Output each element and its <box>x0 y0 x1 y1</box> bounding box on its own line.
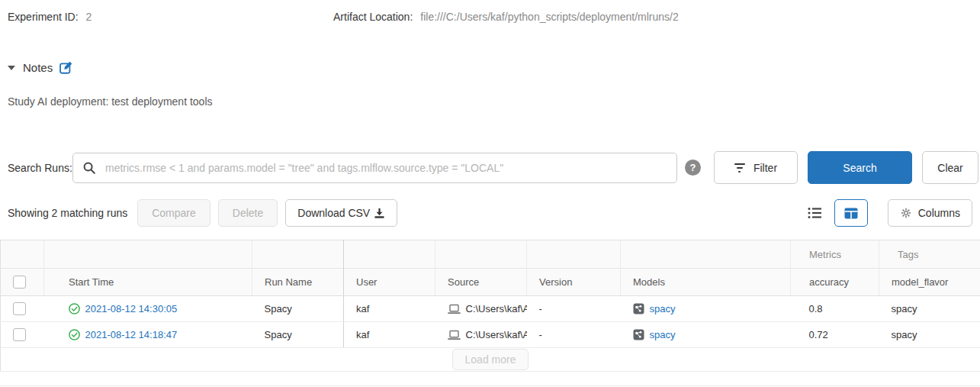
laptop-icon <box>448 330 461 340</box>
models-cell: spacy <box>621 296 791 322</box>
load-more-cell: Load more <box>1 348 980 372</box>
experiment-id-block: Experiment ID: 2 <box>8 11 333 23</box>
filter-button-label: Filter <box>753 162 777 174</box>
select-all-cell <box>1 269 44 296</box>
column-header-start-time[interactable]: Start Time <box>44 269 252 296</box>
table-row: 2021-08-12 14:18:47 Spacy kaf C:\Users\k… <box>1 322 980 348</box>
table-group-header-row: Metrics Tags <box>1 240 980 269</box>
table-view-icon <box>844 208 858 219</box>
start-time-cell: 2021-08-12 14:18:47 <box>44 322 252 348</box>
row-checkbox[interactable] <box>13 302 26 315</box>
runs-toolbar: Showing 2 matching runs Compare Delete D… <box>8 199 972 227</box>
run-status-success-icon <box>69 303 80 314</box>
download-icon <box>374 208 385 219</box>
search-icon <box>82 161 96 175</box>
experiment-meta-row: Experiment ID: 2 Artifact Location: file… <box>0 0 980 23</box>
search-runs-label: Search Runs: <box>8 162 72 174</box>
filter-button[interactable]: Filter <box>714 151 798 184</box>
select-all-checkbox[interactable] <box>13 276 26 289</box>
column-header-source[interactable]: Source <box>435 269 527 296</box>
artifact-location-block: Artifact Location: file:///C:/Users/kaf/… <box>333 11 679 23</box>
models-cell: spacy <box>621 322 791 348</box>
column-header-accuracy[interactable]: accuracy <box>791 269 879 296</box>
search-input-wrap <box>72 153 677 183</box>
run-status-success-icon <box>69 329 80 340</box>
clear-button[interactable]: Clear <box>922 151 978 184</box>
list-view-button[interactable] <box>800 199 831 227</box>
group-header-tags: Tags <box>879 240 980 269</box>
experiment-id-label: Experiment ID: <box>8 11 79 23</box>
group-header-metrics: Metrics <box>791 240 879 269</box>
delete-button[interactable]: Delete <box>218 199 278 227</box>
matching-runs-count: Showing 2 matching runs <box>8 207 127 219</box>
group-header-empty <box>44 240 252 269</box>
model-link[interactable]: spacy <box>650 303 676 314</box>
source-path: C:\Users\kaf\A <box>466 329 527 340</box>
table-row: 2021-08-12 14:30:05 Spacy kaf C:\Users\k… <box>1 296 980 322</box>
group-header-empty <box>344 240 435 269</box>
group-header-empty <box>435 240 527 269</box>
column-header-version[interactable]: Version <box>527 269 621 296</box>
column-header-model-flavor[interactable]: model_flavor <box>879 269 980 296</box>
model-icon <box>633 329 644 340</box>
table-column-header-row: Start Time Run Name User Source Version … <box>1 269 980 296</box>
model-icon <box>633 303 644 314</box>
notes-title: Notes <box>23 61 53 74</box>
accuracy-cell: 0.72 <box>791 322 879 348</box>
columns-button-label: Columns <box>918 207 960 219</box>
run-name-cell: Spacy <box>252 322 344 348</box>
model-flavor-cell: spacy <box>879 322 980 348</box>
column-header-user[interactable]: User <box>344 269 435 296</box>
view-controls: Columns <box>800 199 972 227</box>
experiment-id-value: 2 <box>86 11 92 23</box>
run-start-time-link[interactable]: 2021-08-12 14:30:05 <box>85 303 178 314</box>
user-cell: kaf <box>344 296 435 322</box>
laptop-icon <box>448 304 461 314</box>
gear-icon <box>900 207 912 219</box>
group-header-empty <box>621 240 791 269</box>
model-link[interactable]: spacy <box>650 329 676 340</box>
artifact-location-label: Artifact Location: <box>333 11 413 23</box>
group-header-empty <box>1 240 44 269</box>
column-header-models[interactable]: Models <box>621 269 791 296</box>
search-runs-row: Search Runs: ? Filter Search Clear <box>8 151 980 184</box>
runs-table: Metrics Tags Start Time Run Name User So… <box>0 240 980 372</box>
collapse-caret-icon[interactable] <box>8 66 15 70</box>
search-button[interactable]: Search <box>808 151 912 184</box>
source-path: C:\Users\kaf\A <box>466 303 527 314</box>
download-csv-button[interactable]: Download CSV <box>285 199 397 227</box>
run-name-cell: Spacy <box>252 296 344 322</box>
group-header-empty <box>252 240 344 269</box>
source-cell: C:\Users\kaf\A <box>435 296 527 322</box>
filter-icon <box>734 163 745 173</box>
group-header-empty <box>527 240 621 269</box>
list-view-icon <box>808 207 822 219</box>
artifact-location-value: file:///C:/Users/kaf/python_scripts/depl… <box>420 11 678 23</box>
columns-button[interactable]: Columns <box>888 199 972 227</box>
notes-description: Study AI deployment: test deployment too… <box>8 95 980 108</box>
edit-notes-icon[interactable] <box>59 61 72 74</box>
version-cell: - <box>527 322 621 348</box>
notes-section-header: Notes <box>8 61 980 74</box>
version-cell: - <box>527 296 621 322</box>
start-time-cell: 2021-08-12 14:30:05 <box>44 296 252 322</box>
row-select-cell <box>1 322 44 348</box>
load-more-row: Load more <box>1 348 980 372</box>
help-icon[interactable]: ? <box>685 160 701 176</box>
search-input[interactable] <box>72 153 677 183</box>
run-start-time-link[interactable]: 2021-08-12 14:18:47 <box>85 329 178 340</box>
model-flavor-cell: spacy <box>879 296 980 322</box>
column-header-run-name[interactable]: Run Name <box>252 269 344 296</box>
compare-button[interactable]: Compare <box>137 199 210 227</box>
accuracy-cell: 0.8 <box>791 296 879 322</box>
table-view-button[interactable] <box>834 199 868 227</box>
source-cell: C:\Users\kaf\A <box>435 322 527 348</box>
row-select-cell <box>1 296 44 322</box>
user-cell: kaf <box>344 322 435 348</box>
load-more-button[interactable]: Load more <box>452 349 529 370</box>
row-checkbox[interactable] <box>13 328 26 341</box>
download-csv-label: Download CSV <box>297 207 370 219</box>
page-bottom-divider <box>0 385 980 386</box>
